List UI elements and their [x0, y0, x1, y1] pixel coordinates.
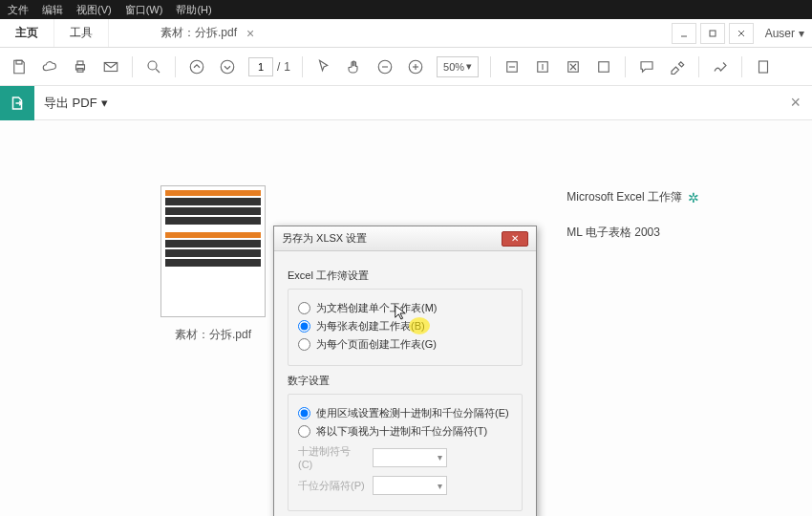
- thumbnail-caption: 素材：分拆.pdf: [160, 327, 266, 343]
- radio-label: 为文档创建单个工作表(M): [316, 301, 438, 315]
- svg-rect-21: [599, 61, 609, 72]
- page-indicator: / 1: [248, 57, 290, 76]
- format-label: Microsoft Excel 工作簿: [566, 189, 682, 205]
- save-as-xlsx-dialog: 另存为 XLSX 设置 ✕ Excel 工作簿设置 为文档创建单个工作表(M) …: [273, 226, 537, 516]
- chevron-down-icon: ▾: [466, 60, 472, 73]
- thumbnail-wrap: 素材：分拆.pdf: [160, 185, 266, 343]
- page-total: 1: [284, 60, 290, 74]
- save-icon[interactable]: [10, 57, 29, 76]
- fit-page-icon[interactable]: [533, 57, 552, 76]
- window-close-button[interactable]: [729, 23, 754, 44]
- format-row-excel[interactable]: Microsoft Excel 工作簿 ✲: [566, 189, 699, 205]
- tab-bar: 主页 工具 素材：分拆.pdf × Auser ▾: [0, 19, 812, 48]
- page-up-icon[interactable]: [187, 57, 206, 76]
- pointer-icon[interactable]: [314, 57, 333, 76]
- page-current-input[interactable]: [248, 57, 273, 76]
- fit-width-icon[interactable]: [502, 57, 522, 76]
- user-name: Auser: [765, 27, 795, 40]
- workspace: 素材：分拆.pdf Microsoft Excel 工作簿 ✲ ML 电子表格 …: [0, 120, 812, 516]
- export-pdf-label: 导出 PDF: [44, 95, 97, 112]
- radio-label: 为每张表创建工作表(B): [316, 319, 425, 333]
- window-minimize-button[interactable]: [672, 23, 696, 44]
- decimal-combo[interactable]: ▾: [373, 448, 447, 467]
- svg-point-9: [148, 61, 157, 70]
- decimal-row: 十进制符号(C) ▾: [298, 444, 512, 470]
- user-menu[interactable]: Auser ▾: [765, 27, 804, 40]
- svg-rect-1: [710, 31, 716, 36]
- thousand-combo[interactable]: ▾: [373, 476, 447, 495]
- menu-view[interactable]: 视图(V): [76, 3, 112, 17]
- export-pdf-dropdown[interactable]: 导出 PDF ▾: [44, 95, 108, 112]
- svg-point-11: [190, 60, 203, 74]
- page-view-icon[interactable]: [754, 57, 773, 76]
- format-list: Microsoft Excel 工作簿 ✲ ML 电子表格 2003: [566, 189, 699, 260]
- svg-rect-6: [77, 61, 83, 65]
- thousand-row: 千位分隔符(P) ▾: [298, 476, 512, 495]
- chevron-down-icon: ▾: [438, 481, 442, 491]
- close-icon[interactable]: ×: [790, 93, 801, 113]
- radio-each-page[interactable]: 为每个页面创建工作表(G): [298, 337, 512, 352]
- document-tab-label: 素材：分拆.pdf: [160, 25, 237, 41]
- cloud-icon[interactable]: [40, 57, 59, 76]
- menu-help[interactable]: 帮助(H): [176, 3, 211, 17]
- decimal-label: 十进制符号(C): [298, 444, 365, 470]
- zoom-in-icon[interactable]: [406, 57, 425, 76]
- menu-file[interactable]: 文件: [8, 3, 29, 17]
- dialog-titlebar[interactable]: 另存为 XLSX 设置 ✕: [274, 226, 536, 251]
- zoom-out-icon[interactable]: [375, 57, 395, 76]
- export-pdf-icon: [0, 86, 34, 120]
- format-row-xml2003[interactable]: ML 电子表格 2003: [566, 225, 699, 241]
- thousand-label: 千位分隔符(P): [298, 479, 365, 493]
- toolbar: / 1 50% ▾: [0, 48, 812, 86]
- svg-line-10: [156, 69, 160, 73]
- page-thumbnail[interactable]: [160, 185, 266, 317]
- number-fieldset: 使用区域设置检测十进制和千位分隔符(E) 将以下项视为十进制和千位分隔符(T) …: [288, 394, 523, 511]
- radio-each-table[interactable]: 为每张表创建工作表(B): [298, 319, 512, 333]
- section-workbook-title: Excel 工作簿设置: [288, 269, 523, 283]
- page-sep: /: [277, 60, 280, 74]
- tab-home[interactable]: 主页: [0, 19, 54, 47]
- mail-icon[interactable]: [101, 57, 120, 76]
- menu-bar: 文件 编辑 视图(V) 窗口(W) 帮助(H): [0, 0, 812, 19]
- svg-rect-22: [759, 61, 768, 73]
- svg-rect-4: [16, 60, 22, 64]
- window-maximize-button[interactable]: [700, 23, 725, 44]
- radio-locale-detect[interactable]: 使用区域设置检测十进制和千位分隔符(E): [298, 406, 512, 420]
- gear-icon[interactable]: ✲: [688, 190, 699, 205]
- print-icon[interactable]: [71, 57, 90, 76]
- menu-window[interactable]: 窗口(W): [125, 3, 163, 17]
- fit-visible-icon[interactable]: [564, 57, 583, 76]
- radio-label: 将以下项视为十进制和千位分隔符(T): [316, 424, 487, 439]
- actual-size-icon[interactable]: [594, 57, 613, 76]
- hand-icon[interactable]: [345, 57, 364, 76]
- zoom-value: 50%: [443, 61, 464, 73]
- tab-tools[interactable]: 工具: [54, 19, 109, 47]
- dialog-title: 另存为 XLSX 设置: [282, 231, 367, 246]
- comment-icon[interactable]: [637, 57, 656, 76]
- zoom-select[interactable]: 50% ▾: [437, 56, 479, 77]
- section-number-title: 数字设置: [288, 374, 523, 388]
- chevron-down-icon: ▾: [438, 452, 442, 462]
- radio-custom-sep[interactable]: 将以下项视为十进制和千位分隔符(T): [298, 424, 512, 439]
- menu-edit[interactable]: 编辑: [42, 3, 63, 17]
- close-icon[interactable]: ×: [246, 26, 254, 41]
- dialog-close-button[interactable]: ✕: [502, 231, 528, 247]
- workbook-fieldset: 为文档创建单个工作表(M) 为每张表创建工作表(B) 为每个页面创建工作表(G): [288, 289, 523, 366]
- page-down-icon[interactable]: [218, 57, 237, 76]
- chevron-down-icon: ▾: [799, 27, 804, 40]
- export-bar: 导出 PDF ▾ ×: [0, 86, 812, 120]
- chevron-down-icon: ▾: [101, 96, 108, 110]
- search-icon[interactable]: [144, 57, 163, 76]
- format-label: ML 电子表格 2003: [566, 225, 660, 241]
- highlight-icon[interactable]: [668, 57, 687, 76]
- svg-point-12: [221, 60, 234, 74]
- radio-label: 为每个页面创建工作表(G): [316, 337, 437, 352]
- sign-icon[interactable]: [711, 57, 730, 76]
- radio-label: 使用区域设置检测十进制和千位分隔符(E): [316, 406, 509, 420]
- document-tab[interactable]: 素材：分拆.pdf ×: [147, 19, 267, 47]
- radio-single-sheet[interactable]: 为文档创建单个工作表(M): [298, 301, 512, 315]
